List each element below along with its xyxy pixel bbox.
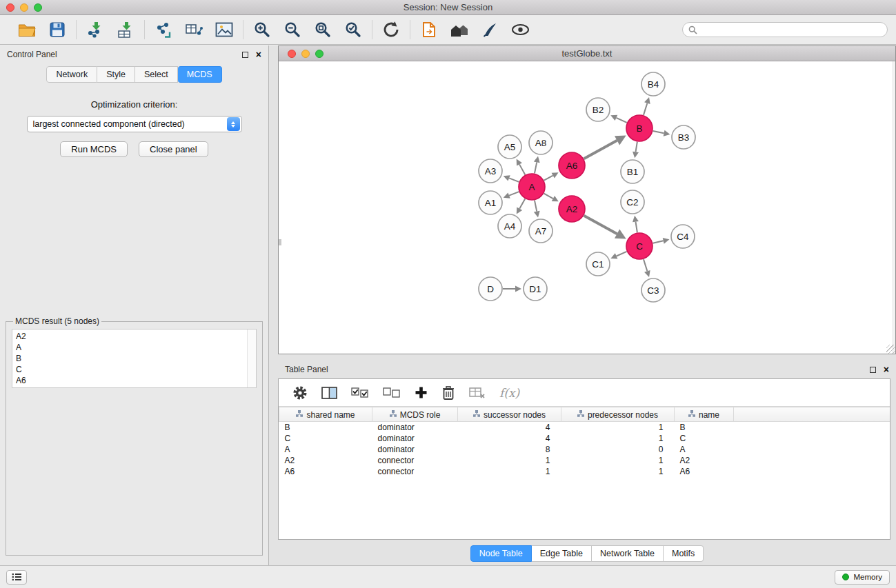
network-edge-B-B3[interactable] [653,131,664,133]
network-edge-A6-B[interactable] [584,141,617,159]
dropdown-selected-value: largest connected component (directed) [28,119,227,129]
memory-button[interactable]: Memory [835,570,890,585]
network-edge-A-A1[interactable] [509,192,519,195]
export-image-button[interactable] [214,19,235,40]
close-panel-icon[interactable]: × [256,50,261,59]
close-table-panel-icon[interactable]: × [884,365,889,374]
zoom-selected-button[interactable] [343,19,364,40]
network-edge-A-A8[interactable] [535,162,537,173]
column-header-shared-name[interactable]: shared name [279,407,372,422]
zoom-in-button[interactable] [252,19,272,40]
import-network-file-button[interactable] [85,19,106,40]
select-all-button[interactable] [351,387,369,399]
mcds-result-item[interactable]: A6 [16,375,256,386]
network-canvas[interactable]: B4B2BB3A5A8A6B1A3AC2A1A2A4A7C4CC1C3DD1 [279,61,895,354]
network-edge-C-C2[interactable] [635,222,637,233]
network-window-titlebar[interactable]: testGlobe.txt [279,46,895,61]
column-header-MCDS-role[interactable]: MCDS role [372,407,458,422]
window-resize-handle[interactable] [886,345,895,354]
zoom-out-button[interactable] [282,19,303,40]
table-panel-tabs: Node Table Edge Table Network Table Moti… [278,543,896,564]
add-column-button[interactable] [415,386,428,399]
network-edge-B-B2[interactable] [616,118,626,123]
import-network-icon [86,21,104,38]
column-header-successor-nodes[interactable]: successor nodes [458,407,561,422]
network-edge-A-A4[interactable] [519,199,525,208]
tab-network[interactable]: Network [46,66,97,83]
network-edge-A2-C[interactable] [584,216,617,234]
annotation-button[interactable] [419,19,439,40]
function-builder-button[interactable]: f(x) [499,386,519,400]
mcds-result-item[interactable]: A [16,342,256,353]
mcds-result-item[interactable]: C [16,364,256,375]
run-mcds-button[interactable]: Run MCDS [60,141,128,157]
mcds-result-item[interactable]: A2 [16,331,256,342]
home-views-button[interactable] [449,19,470,40]
table-settings-button[interactable] [292,385,308,401]
result-list-scrollbar[interactable] [247,330,256,387]
task-history-button[interactable] [6,570,27,585]
export-network-table-button[interactable] [183,19,204,40]
tab-edge-table[interactable]: Edge Table [532,545,592,562]
tab-motifs[interactable]: Motifs [664,545,704,562]
optimization-criterion-select[interactable]: largest connected component (directed) [27,116,242,132]
open-folder-icon [18,22,37,37]
network-edge-A-A5[interactable] [519,164,525,174]
table-row-A6[interactable]: A6connector11A6 [279,466,890,477]
dropdown-stepper-icon[interactable] [227,117,240,131]
toolbar-search[interactable] [682,22,888,37]
table-row-A2[interactable]: A2connector11A2 [279,455,890,466]
close-panel-button[interactable]: Close panel [139,141,208,157]
clear-selection-button[interactable] [383,387,401,399]
table-row-A[interactable]: Adominator80A [279,444,890,455]
node-label-C4: C4 [677,232,689,242]
save-session-button[interactable] [47,19,68,40]
network-graph[interactable]: B4B2BB3A5A8A6B1A3AC2A1A2A4A7C4CC1C3DD1 [279,61,891,354]
window-titlebar[interactable]: Session: New Session [0,0,896,15]
network-edge-A-A3[interactable] [509,178,519,181]
network-edge-B-B4[interactable] [644,103,647,115]
export-network-button[interactable] [153,19,174,40]
show-columns-button[interactable] [321,386,337,400]
network-window-title: testGlobe.txt [279,48,895,59]
float-panel-icon[interactable] [242,52,248,58]
node-table-area[interactable]: shared nameMCDS rolesuccessor nodesprede… [279,407,890,539]
mcds-result-list[interactable]: A2ABCA6 [12,329,257,388]
network-edge-B-B1[interactable] [636,142,637,152]
zoom-out-icon [284,21,301,38]
column-header-predecessor-nodes[interactable]: predecessor nodes [561,407,675,422]
minimize-window-button[interactable] [20,3,28,12]
zoom-window-button[interactable] [34,3,42,12]
apply-layout-button[interactable] [381,19,401,40]
tab-mcds[interactable]: MCDS [178,66,222,83]
tab-node-table[interactable]: Node Table [470,545,532,562]
column-header-name[interactable]: name [675,407,734,422]
delete-column-button[interactable] [441,385,455,401]
float-table-panel-icon[interactable] [870,367,876,373]
open-file-button[interactable] [17,19,37,40]
zoom-fit-button[interactable] [312,19,333,40]
network-edge-A-A7[interactable] [535,201,537,212]
mcds-result-item[interactable]: B [16,353,256,364]
delete-table-button[interactable] [469,386,486,400]
network-zoom-button[interactable] [315,50,323,58]
show-graphics-details-button[interactable] [510,19,530,40]
edge-arrowhead [664,130,670,136]
network-close-button[interactable] [288,50,296,58]
network-edge-C-C1[interactable] [617,252,627,256]
network-edge-A-A2[interactable] [544,194,553,199]
import-table-file-button[interactable] [115,19,136,40]
search-input[interactable] [701,25,882,34]
table-row-C[interactable]: Cdominator41C [279,433,890,444]
network-edge-C-C3[interactable] [644,259,647,271]
network-edge-C-C4[interactable] [653,241,664,243]
tab-style[interactable]: Style [97,66,135,83]
tab-select[interactable]: Select [135,66,178,83]
right-area: testGlobe.txt B4B2BB3A5A8A6B1A3AC2A1A2A4… [269,45,896,565]
table-row-B[interactable]: Bdominator41B [279,422,890,433]
network-edge-A-A6[interactable] [544,176,553,181]
tab-network-table[interactable]: Network Table [592,545,664,562]
network-minimize-button[interactable] [301,50,310,58]
close-window-button[interactable] [6,3,14,12]
style-brush-button[interactable] [479,19,500,40]
